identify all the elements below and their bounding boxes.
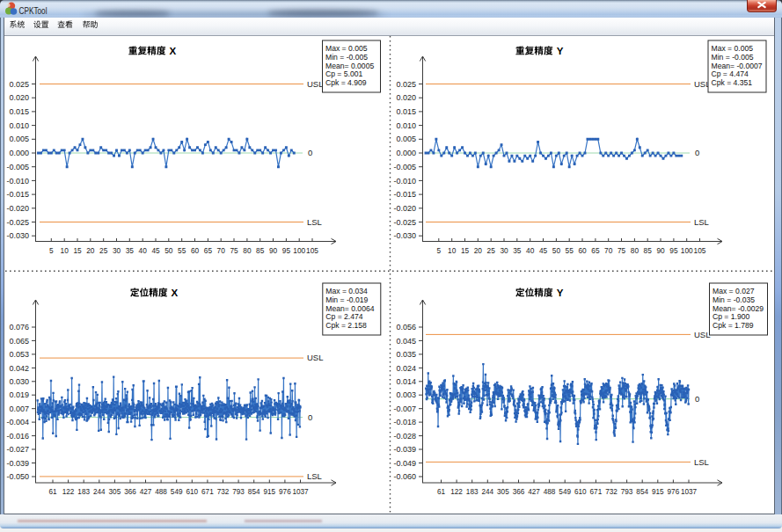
svg-text:976: 976 (668, 488, 680, 496)
svg-text:183: 183 (77, 488, 90, 496)
svg-text:65: 65 (204, 246, 213, 255)
svg-text:0.015: 0.015 (9, 107, 29, 116)
svg-text:30: 30 (500, 246, 508, 255)
svg-text:100: 100 (681, 246, 693, 255)
svg-text:Min = -0.005: Min = -0.005 (325, 53, 368, 62)
svg-text:0.005: 0.005 (9, 135, 29, 143)
svg-text:-0.005: -0.005 (6, 163, 29, 171)
svg-text:854: 854 (636, 488, 648, 496)
svg-text:5: 5 (49, 246, 54, 255)
svg-text:-0.005: -0.005 (393, 163, 416, 171)
svg-text:15: 15 (73, 246, 82, 255)
svg-text:-0.015: -0.015 (393, 190, 416, 199)
svg-text:549: 549 (559, 488, 571, 496)
svg-text:60: 60 (191, 246, 200, 255)
svg-text:35: 35 (126, 246, 135, 255)
svg-text:0.007: 0.007 (9, 404, 29, 413)
svg-text:35: 35 (513, 246, 522, 255)
svg-text:55: 55 (566, 246, 574, 255)
svg-text:549: 549 (171, 488, 183, 496)
svg-text:0.014: 0.014 (396, 377, 416, 386)
svg-text:X: X (170, 46, 177, 56)
svg-text:671: 671 (590, 488, 603, 496)
svg-text:305: 305 (497, 488, 509, 496)
svg-text:0.065: 0.065 (9, 337, 29, 346)
svg-text:0.010: 0.010 (396, 121, 416, 130)
svg-text:LSL: LSL (307, 471, 322, 481)
svg-text:70: 70 (604, 246, 613, 255)
svg-text:0.020: 0.020 (9, 93, 29, 102)
svg-text:1037: 1037 (681, 488, 698, 496)
svg-text:65: 65 (591, 246, 600, 255)
svg-text:-0.027: -0.027 (6, 445, 29, 454)
svg-text:Max = 0.005: Max = 0.005 (325, 44, 368, 53)
svg-text:610: 610 (186, 488, 198, 496)
svg-text:90: 90 (269, 246, 278, 255)
svg-text:0.003: 0.003 (396, 390, 416, 399)
svg-text:732: 732 (605, 488, 618, 496)
svg-text:-0.016: -0.016 (6, 432, 29, 441)
svg-text:Cpk = 4.351: Cpk = 4.351 (712, 78, 753, 87)
svg-text:0: 0 (308, 412, 312, 422)
svg-text:20: 20 (474, 246, 483, 255)
svg-text:-0.030: -0.030 (393, 231, 416, 240)
svg-text:40: 40 (139, 246, 148, 255)
svg-text:0.035: 0.035 (396, 350, 416, 359)
svg-text:915: 915 (263, 488, 275, 496)
svg-text:427: 427 (528, 488, 540, 496)
svg-text:10: 10 (448, 246, 457, 255)
svg-text:0.000: 0.000 (9, 149, 29, 157)
svg-text:0.010: 0.010 (9, 121, 29, 130)
svg-text:30: 30 (113, 246, 121, 255)
svg-text:-0.007: -0.007 (393, 404, 416, 413)
svg-text:Min = -0.019: Min = -0.019 (325, 295, 368, 304)
svg-text:-0.010: -0.010 (6, 177, 29, 186)
svg-text:Max = 0.005: Max = 0.005 (712, 44, 754, 53)
svg-text:USL: USL (307, 79, 323, 89)
svg-text:244: 244 (93, 488, 106, 496)
svg-text:5: 5 (436, 246, 441, 255)
svg-text:-0.049: -0.049 (393, 459, 416, 468)
svg-text:LSL: LSL (694, 457, 709, 467)
svg-text:Y: Y (557, 46, 564, 56)
svg-text:40: 40 (526, 246, 535, 255)
svg-text:Min = -0.035: Min = -0.035 (713, 295, 755, 304)
svg-text:244: 244 (481, 488, 493, 496)
svg-text:915: 915 (652, 488, 664, 496)
svg-text:85: 85 (644, 246, 653, 255)
svg-text:122: 122 (450, 488, 463, 496)
svg-text:CPKTool: CPKTool (19, 5, 48, 16)
svg-text:732: 732 (217, 488, 230, 496)
svg-text:90: 90 (656, 246, 665, 255)
svg-text:305: 305 (109, 488, 121, 496)
svg-text:45: 45 (151, 246, 160, 255)
svg-text:-0.018: -0.018 (393, 418, 416, 426)
svg-text:61: 61 (437, 488, 446, 496)
svg-text:427: 427 (140, 488, 152, 496)
svg-text:-0.004: -0.004 (6, 418, 29, 426)
svg-text:0.042: 0.042 (9, 364, 29, 373)
svg-text:671: 671 (201, 488, 214, 496)
svg-text:61: 61 (48, 488, 57, 496)
svg-text:Cp = 4.474: Cp = 4.474 (712, 69, 749, 78)
svg-text:976: 976 (279, 488, 291, 496)
svg-text:Mean= -0.0007: Mean= -0.0007 (712, 62, 763, 70)
svg-text:Max = 0.034: Max = 0.034 (325, 287, 368, 295)
svg-text:610: 610 (574, 488, 587, 496)
svg-text:80: 80 (243, 246, 252, 255)
svg-text:-0.028: -0.028 (393, 432, 416, 441)
svg-text:-0.025: -0.025 (393, 218, 416, 227)
svg-text:Mean= 0.0064: Mean= 0.0064 (325, 304, 374, 313)
svg-text:75: 75 (618, 246, 626, 255)
svg-text:0.025: 0.025 (9, 80, 29, 89)
svg-text:0.005: 0.005 (396, 135, 416, 143)
svg-text:366: 366 (513, 488, 525, 496)
svg-text:0.024: 0.024 (396, 364, 416, 373)
svg-text:-0.020: -0.020 (6, 204, 29, 213)
svg-text:Cpk = 2.158: Cpk = 2.158 (325, 321, 367, 330)
svg-text:20: 20 (86, 246, 95, 255)
svg-text:USL: USL (307, 353, 323, 362)
svg-text:-0.025: -0.025 (6, 218, 29, 227)
svg-text:183: 183 (466, 488, 479, 496)
svg-text:0: 0 (308, 148, 312, 157)
